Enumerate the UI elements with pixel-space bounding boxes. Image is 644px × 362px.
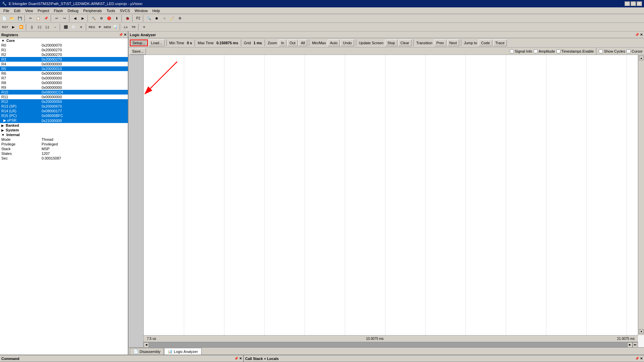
menu-flash[interactable]: Flash [52,8,65,13]
minimize-button[interactable]: — [625,1,630,6]
tb2-runto[interactable]: → [51,23,59,31]
menu-project[interactable]: Project [36,8,51,13]
table-row[interactable]: R0 0x20000070 [0,43,128,48]
tb2-step[interactable]: ⏩ [17,23,25,31]
scroll-left-icon[interactable]: ◀ [144,342,149,348]
collapse-system-icon[interactable]: ▶ [1,128,4,132]
table-row[interactable]: R1 0x20000270 [0,48,128,52]
table-row[interactable]: R9 0x00000000 [0,85,128,90]
zoom-all-button[interactable]: All [299,40,307,46]
collapse-icon[interactable]: ▼ [1,39,5,43]
tb-p2[interactable]: P2 [135,15,142,22]
tb-settings[interactable]: ⚙ [176,15,183,22]
table-row[interactable]: R7 0x00000000 [0,76,128,80]
registers-pin-icon[interactable]: 📌 [119,33,123,37]
collapse-internal-icon[interactable]: ▼ [1,133,5,137]
menu-svcs[interactable]: SVCS [118,8,132,13]
table-row[interactable]: R3 0x20000270 [0,57,128,62]
menu-peripherals[interactable]: Peripherals [81,8,104,13]
menu-debug[interactable]: Debug [66,8,80,13]
registers-close-icon[interactable]: ✕ [124,33,126,37]
next-button[interactable]: Next [447,40,460,46]
auto-button[interactable]: Auto [328,40,340,46]
menu-file[interactable]: File [1,8,11,13]
scroll-down-icon[interactable]: ▼ [639,329,644,334]
undo-button[interactable]: Undo [340,40,354,46]
table-row[interactable]: R6 0x00000000 [0,71,128,76]
table-row[interactable]: R8 0x00000000 [0,80,128,85]
close-button[interactable]: ✕ [637,1,642,6]
tb-save[interactable]: 💾 [16,15,23,22]
prev-button[interactable]: Prev [434,40,446,46]
la-vscrollbar[interactable]: ▲ ▼ [638,55,644,335]
menu-edit[interactable]: Edit [12,8,22,13]
tb2-breakpoint[interactable]: ⬛ [62,23,69,31]
expand-icon[interactable]: ▶ [3,118,6,122]
clear-button[interactable]: Clear [398,40,412,46]
show-cycles-checkbox[interactable] [599,49,603,53]
tb2-trace[interactable]: TR [130,23,137,31]
signal-info-checkbox[interactable] [510,49,514,53]
menu-window[interactable]: Window [132,8,150,13]
trace-button[interactable]: Trace [493,40,507,46]
scroll-up-icon[interactable]: ▲ [639,56,644,60]
tb-undo[interactable]: ↩ [53,15,60,22]
menu-tools[interactable]: Tools [105,8,117,13]
scroll-track[interactable] [149,342,627,348]
tb-new[interactable]: 📄 [1,15,8,22]
command-pin-icon[interactable]: 📌 [234,357,238,360]
cursor-checkbox[interactable] [627,49,631,53]
tb-build[interactable]: 🔨 [90,15,97,22]
tb-paste[interactable]: 📌 [42,15,50,22]
tb2-stepinto[interactable]: {↓} [44,23,51,31]
amplitude-checkbox[interactable] [534,49,538,53]
la-close-icon[interactable]: ✕ [640,33,643,37]
table-row[interactable]: R10 0x08000CC4 [0,90,128,95]
tb-erase[interactable]: 🧹 [168,15,176,22]
timestamps-checkbox[interactable] [556,49,560,53]
load-button[interactable]: Load... [149,40,165,46]
table-row[interactable]: R4 0x00000000 [0,62,128,66]
table-row[interactable]: R2 0x20000270 [0,52,128,57]
table-row[interactable]: R14 (LR) 0x08000177 [0,109,128,113]
zoom-out-button[interactable]: Out [287,40,298,46]
tb-copy[interactable]: 📋 [35,15,42,22]
table-row[interactable]: R13 (SP) 0x20000670 [0,104,128,109]
tb-rebuild[interactable]: ⚙ [98,15,105,22]
tb2-stepover[interactable]: {} [28,23,36,31]
tb-open[interactable]: 📂 [8,15,16,22]
tab-disassembly[interactable]: 📄 Disassembly [130,348,164,355]
scroll-end-icon[interactable]: ⏭ [633,342,638,348]
tb2-la[interactable]: LA [122,23,129,31]
tb2-clear-bp[interactable]: ✕ [77,23,85,31]
table-row[interactable]: R12 0x20000050 [0,99,128,104]
tb-forward[interactable]: ▶ [79,15,87,22]
callstack-pin-icon[interactable]: 📌 [635,357,639,360]
tb-stop[interactable]: 🛑 [105,15,113,22]
menu-view[interactable]: View [23,8,35,13]
zoom-in-button[interactable]: In [279,40,286,46]
tb-download[interactable]: ⬇ [113,15,120,22]
tb2-registers[interactable]: REG [88,23,96,31]
table-row[interactable]: ▶ xPSR 0x21000000 [0,118,128,123]
save-button[interactable]: Save... [130,48,146,55]
tb2-run[interactable]: ▶ [10,23,17,31]
la-hscrollbar[interactable]: ◀ ▶ ⏭ [144,342,638,347]
tb2-disable-bp[interactable]: ⬜ [70,23,77,31]
collapse-banked-icon[interactable]: ▶ [1,124,4,127]
tb-circle[interactable]: ○ [161,15,168,22]
tb-search[interactable]: 🔍 [145,15,153,22]
la-pin-icon[interactable]: 📌 [635,33,639,37]
tb2-memory[interactable]: MEM [104,23,111,31]
tb2-watch[interactable]: 👁 [96,23,103,31]
code-button[interactable]: Code [479,40,492,46]
tb-record[interactable]: ⏺ [153,15,160,22]
command-close-icon[interactable]: ✕ [239,357,242,360]
tb2-stepout[interactable]: {↑} [36,23,43,31]
setup-button[interactable]: Setup... [130,40,148,46]
table-row[interactable]: R5 0x20000010 [0,66,128,71]
tb-back[interactable]: ◀ [71,15,79,22]
tb-debug[interactable]: 🐞 [124,15,131,22]
table-row[interactable]: R15 (PC) 0x08000BFC [0,113,128,118]
tb2-reset[interactable]: RST [1,23,9,31]
